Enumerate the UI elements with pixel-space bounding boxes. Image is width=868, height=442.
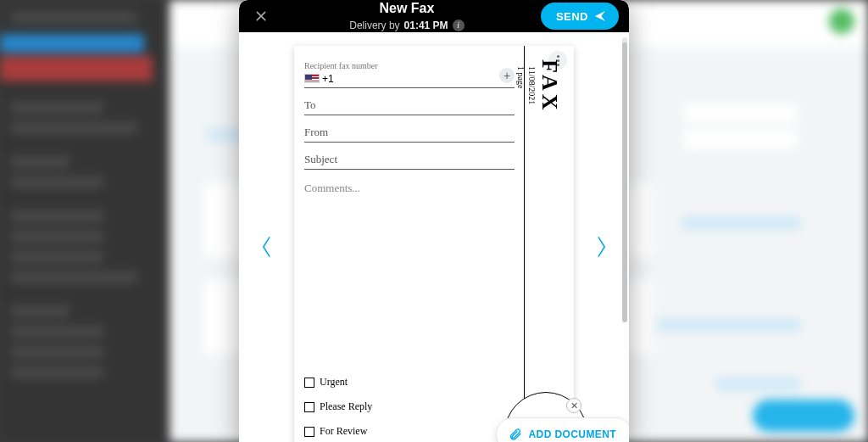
- dial-prefix: +1: [322, 73, 334, 85]
- prev-page-button[interactable]: [254, 230, 280, 264]
- urgent-checkbox[interactable]: Urgent: [304, 376, 372, 389]
- from-input[interactable]: [304, 122, 515, 143]
- send-button[interactable]: SEND: [541, 3, 619, 30]
- paperclip-icon: [509, 428, 522, 441]
- cover-checkboxes: Urgent Please Reply For Review: [304, 376, 372, 442]
- remove-stamp-button[interactable]: ✕: [566, 398, 581, 413]
- cover-form: Recipient fax number +1 +: [304, 61, 515, 282]
- cover-page: FAX 11/08/2021 1 page Recipient fax numb…: [294, 46, 574, 442]
- for-review-checkbox[interactable]: For Review: [304, 425, 372, 438]
- comments-input[interactable]: [304, 176, 515, 278]
- modal-title-block: New Fax Delivery by 01:41 PM i: [281, 0, 532, 32]
- new-fax-modal: New Fax Delivery by 01:41 PM i SEND: [239, 0, 629, 442]
- delivery-subtitle: Delivery by 01:41 PM i: [349, 20, 464, 31]
- cover-side-text: FAX 11/08/2021 1 page: [516, 59, 562, 114]
- add-document-button[interactable]: ADD DOCUMENT: [496, 417, 629, 442]
- chevron-right-icon: [593, 235, 609, 259]
- next-page-button[interactable]: [588, 230, 614, 264]
- please-reply-checkbox[interactable]: Please Reply: [304, 400, 372, 413]
- modal-title: New Fax: [281, 0, 532, 16]
- subject-input[interactable]: [304, 149, 515, 170]
- modal-header: New Fax Delivery by 01:41 PM i SEND: [239, 0, 629, 32]
- modal-body: FAX 11/08/2021 1 page Recipient fax numb…: [239, 32, 629, 442]
- recipient-fax-input[interactable]: [337, 72, 515, 85]
- recipient-label: Recipient fax number: [304, 61, 515, 70]
- fax-heading: FAX: [537, 59, 562, 114]
- cover-date: 11/08/2021: [527, 66, 537, 114]
- close-button[interactable]: [249, 4, 273, 28]
- to-input[interactable]: [304, 95, 515, 115]
- chevron-left-icon: [259, 235, 275, 259]
- close-icon: [254, 9, 268, 23]
- send-icon: [593, 9, 607, 23]
- cover-pages: 1 page: [516, 66, 526, 114]
- info-icon[interactable]: i: [453, 20, 465, 31]
- us-flag-icon[interactable]: [304, 74, 320, 83]
- scrollbar[interactable]: [622, 37, 627, 317]
